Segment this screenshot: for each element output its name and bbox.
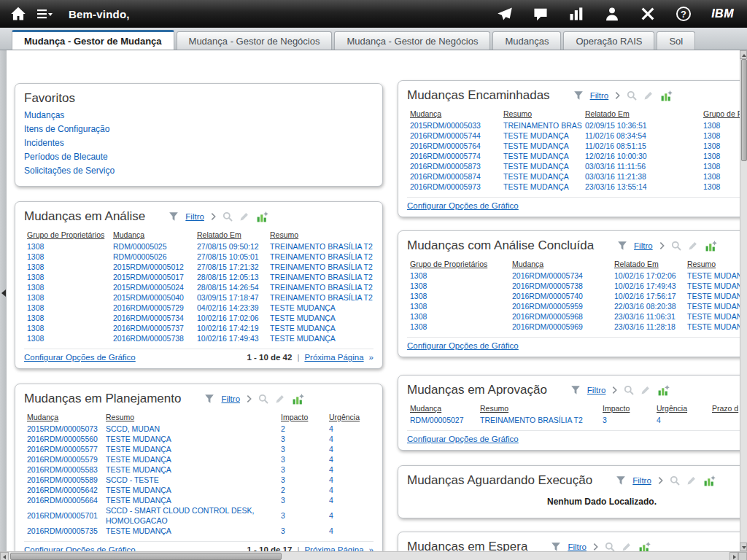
record-link-cell[interactable]: 2016RDM/00005969 [509, 322, 611, 332]
record-link-cell[interactable]: 2016RDM/00005589 [24, 475, 103, 485]
tab-mudanca-gestor-de-mudanca[interactable]: Mudança - Gestor de Mudança [12, 30, 174, 50]
column-header[interactable]: Relatado Em [582, 108, 700, 120]
search-icon[interactable] [258, 394, 268, 404]
expand-chevron-icon[interactable] [658, 475, 663, 486]
record-link-cell[interactable]: 2016RDM/00005734 [509, 271, 611, 281]
filter-icon[interactable] [573, 90, 584, 101]
edit-icon[interactable] [640, 385, 651, 395]
record-link-cell[interactable]: 2016RDM/00005737 [110, 323, 194, 333]
record-link-cell[interactable]: 2016RDM/00005744 [407, 131, 500, 141]
record-link-cell[interactable]: 2015RDM/00005033 [407, 120, 500, 131]
column-header[interactable]: Resumo [684, 258, 740, 271]
filter-icon[interactable] [616, 475, 626, 486]
vertical-scrollbar[interactable] [740, 50, 747, 551]
edit-icon[interactable] [239, 211, 249, 222]
edit-icon[interactable] [686, 475, 697, 486]
chat-icon[interactable] [533, 6, 549, 22]
scroll-left-button[interactable] [0, 552, 9, 560]
expand-chevron-icon[interactable] [612, 385, 617, 395]
record-link-cell[interactable]: 2016RDM/00005740 [509, 291, 611, 301]
next-page-arrows-icon[interactable]: » [369, 353, 374, 362]
column-header[interactable]: Prazo d [709, 402, 740, 415]
column-header[interactable]: Relatado Em [194, 229, 267, 241]
configure-chart-link[interactable]: Configurar Opções de Gráfico [407, 435, 519, 443]
search-icon[interactable] [627, 90, 637, 101]
record-link-cell[interactable]: RDM/00005027 [407, 415, 477, 425]
record-link-cell[interactable]: 2016RDM/00005577 [24, 444, 103, 454]
record-link-cell[interactable]: 2015RDM/00005012 [110, 262, 194, 272]
column-header[interactable]: Mudança [407, 402, 477, 415]
column-header[interactable]: Relatado Em [611, 258, 684, 271]
column-header[interactable]: Grupo de Proprietários [407, 258, 509, 271]
favorite-link-mudancas[interactable]: Mudanças [24, 110, 374, 120]
scroll-down-button[interactable] [740, 542, 747, 551]
chart-options-icon[interactable] [703, 475, 716, 487]
column-header[interactable]: Resumo [267, 229, 374, 241]
record-link-cell[interactable]: 2016RDM/00005729 [110, 303, 194, 313]
record-link-cell[interactable]: 2016RDM/00005701 [24, 505, 103, 526]
record-link-cell[interactable]: 2015RDM/00005017 [110, 272, 194, 282]
column-header[interactable]: Resumo [103, 411, 278, 424]
chart-options-icon[interactable] [638, 541, 651, 552]
search-icon[interactable] [671, 241, 681, 251]
filter-link[interactable]: Filtro [221, 394, 240, 403]
filter-link[interactable]: Filtro [632, 476, 651, 485]
filter-icon[interactable] [617, 241, 627, 251]
chart-options-icon[interactable] [660, 90, 673, 102]
column-header[interactable]: Impacto [278, 411, 326, 424]
horizontal-scrollbar-thumb[interactable] [10, 553, 282, 560]
column-header[interactable]: Urgência [654, 402, 709, 415]
column-header[interactable]: Impacto [600, 402, 654, 415]
expand-chevron-icon[interactable] [247, 394, 252, 404]
favorite-link-itens-de-configuracao[interactable]: Itens de Configuração [24, 124, 374, 134]
column-header[interactable]: Grupo de Proprietários [700, 108, 740, 120]
edit-icon[interactable] [622, 542, 632, 551]
record-link-cell[interactable]: 2016RDM/00005873 [407, 161, 500, 171]
search-icon[interactable] [624, 385, 634, 395]
column-header[interactable]: Resumo [477, 402, 600, 415]
user-icon[interactable] [604, 6, 620, 22]
filter-link[interactable]: Filtro [185, 212, 204, 221]
record-link-cell[interactable]: 2016RDM/00005664 [24, 495, 103, 505]
record-link-cell[interactable]: 2016RDM/00005734 [110, 313, 194, 323]
tab-operacao-rais[interactable]: Operação RAIS [563, 31, 654, 50]
favorite-link-incidentes[interactable]: Incidentes [24, 138, 374, 148]
next-page-link[interactable]: Próxima Página [304, 545, 363, 551]
tab-mudanca-gestor-de-negocios-1[interactable]: Mudança - Gestor de Negócios [177, 31, 333, 50]
column-header[interactable]: Mudança [110, 229, 194, 241]
record-link-cell[interactable]: 2015RDM/00005073 [24, 424, 103, 434]
filter-icon[interactable] [570, 385, 581, 395]
close-icon[interactable] [640, 6, 656, 22]
search-icon[interactable] [605, 542, 615, 551]
goto-menu-icon[interactable] [36, 6, 53, 22]
chart-options-icon[interactable] [292, 393, 304, 405]
edit-icon[interactable] [275, 394, 285, 404]
column-header[interactable]: Grupo de Proprietários [24, 229, 110, 241]
chart-options-icon[interactable] [705, 240, 717, 252]
record-link-cell[interactable]: RDM/00005025 [110, 241, 194, 252]
scroll-up-button[interactable] [740, 50, 747, 59]
home-icon[interactable] [10, 6, 26, 22]
record-link-cell[interactable]: 2016RDM/00005764 [407, 141, 500, 151]
filter-icon[interactable] [551, 542, 561, 551]
record-link-cell[interactable]: 2016RDM/00005968 [509, 311, 611, 322]
tab-solicitacoes[interactable]: Sol [657, 31, 695, 50]
chart-options-icon[interactable] [657, 384, 670, 397]
filter-link[interactable]: Filtro [634, 241, 653, 250]
help-icon[interactable]: ? [676, 6, 692, 22]
favorite-link-solicitacoes-de-servico[interactable]: Solicitações de Serviço [24, 166, 374, 176]
filter-link[interactable]: Filtro [590, 91, 609, 100]
scroll-right-button[interactable] [729, 552, 738, 560]
expand-chevron-icon[interactable] [211, 211, 216, 222]
record-link-cell[interactable]: 2016RDM/00005959 [509, 301, 611, 311]
tab-mudanca-gestor-de-negocios-2[interactable]: Mudança - Gestor de Negócios [334, 31, 490, 50]
column-header[interactable]: Mudança [407, 108, 500, 120]
expand-chevron-icon[interactable] [659, 241, 665, 251]
vertical-scrollbar-thumb[interactable] [741, 59, 747, 161]
edit-icon[interactable] [643, 90, 654, 101]
record-link-cell[interactable]: 2016RDM/00005560 [24, 434, 103, 444]
record-link-cell[interactable]: 2016RDM/00005738 [110, 333, 194, 343]
tab-mudancas[interactable]: Mudanças [492, 31, 561, 50]
next-page-link[interactable]: Próxima Página [304, 353, 363, 362]
record-link-cell[interactable]: 2016RDM/00005973 [407, 182, 500, 192]
